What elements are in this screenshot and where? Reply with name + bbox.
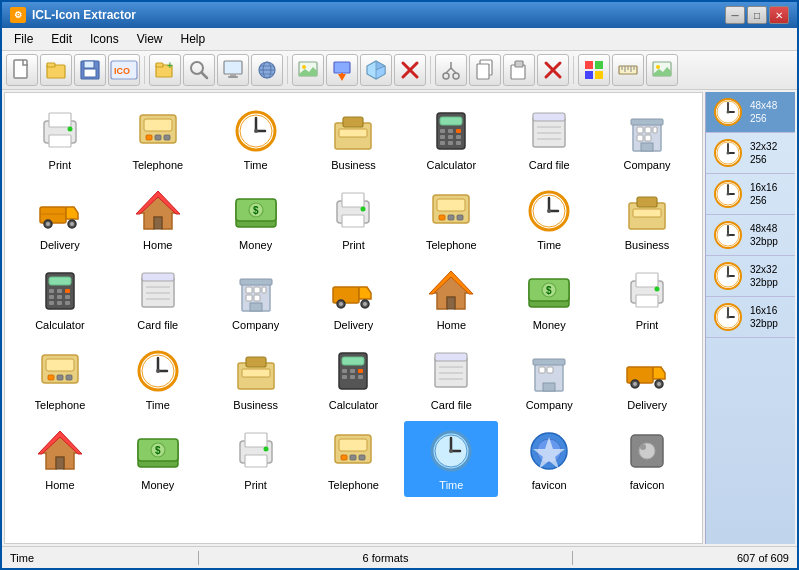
side-clock-icon-3 <box>712 178 744 210</box>
new-button[interactable] <box>6 54 38 86</box>
side-text-4: 48x48 32bpp <box>750 222 778 248</box>
icon-home-1[interactable]: Home <box>111 181 205 257</box>
side-item-32x32-32bpp[interactable]: 32x32 32bpp <box>706 256 795 297</box>
svg-rect-219 <box>359 455 365 460</box>
svg-rect-124 <box>637 197 657 207</box>
svg-rect-39 <box>515 61 523 67</box>
icon-print-1[interactable]: Print <box>13 101 107 177</box>
icon-delivery-1[interactable]: Delivery <box>13 181 107 257</box>
side-item-16x16-32bpp[interactable]: 16x16 32bpp <box>706 297 795 338</box>
home-icon-3 <box>36 427 84 475</box>
close-button[interactable]: ✕ <box>769 6 789 24</box>
icon-home-2[interactable]: Home <box>404 261 498 337</box>
icon-delivery-2[interactable]: Delivery <box>307 261 401 337</box>
copy-button[interactable] <box>469 54 501 86</box>
side-text-6: 16x16 32bpp <box>750 304 778 330</box>
menu-edit[interactable]: Edit <box>43 30 80 48</box>
icon-home-3[interactable]: Home <box>13 421 107 497</box>
icon-print-3[interactable]: Print <box>600 261 694 337</box>
search-button[interactable] <box>183 54 215 86</box>
icon-favicon-2[interactable]: favicon <box>600 421 694 497</box>
icon-calculator-3[interactable]: Calculator <box>307 341 401 417</box>
menu-file[interactable]: File <box>6 30 41 48</box>
icon-money-1[interactable]: $ Money <box>209 181 303 257</box>
landscape-button[interactable] <box>292 54 324 86</box>
svg-rect-198 <box>627 367 653 383</box>
image-button[interactable] <box>646 54 678 86</box>
svg-rect-72 <box>440 117 462 125</box>
ruler-button[interactable] <box>612 54 644 86</box>
icon-cardfile-1[interactable]: Card file <box>502 101 596 177</box>
icon-money-2[interactable]: $ Money <box>502 261 596 337</box>
icon-telephone-4[interactable]: Telephone <box>307 421 401 497</box>
cube-button[interactable] <box>360 54 392 86</box>
icon-delivery-3[interactable]: Delivery <box>600 341 694 417</box>
menu-view[interactable]: View <box>129 30 171 48</box>
minimize-button[interactable]: ─ <box>725 6 745 24</box>
print-icon-2 <box>329 187 377 235</box>
svg-rect-128 <box>49 289 54 293</box>
add-folder-button[interactable]: + <box>149 54 181 86</box>
company-icon-3 <box>525 347 573 395</box>
side-item-48x48-256[interactable]: 48x48 256 <box>706 92 795 133</box>
icon-business-2[interactable]: Business <box>600 181 694 257</box>
business-2-label: Business <box>625 239 670 251</box>
icon-cardfile-3[interactable]: Card file <box>404 341 498 417</box>
icon-telephone-2[interactable]: Telephone <box>404 181 498 257</box>
open-button[interactable] <box>40 54 72 86</box>
icon-business-3[interactable]: Business <box>209 341 303 417</box>
icon-time-selected[interactable]: Time <box>404 421 498 497</box>
menu-icons[interactable]: Icons <box>82 30 127 48</box>
svg-line-33 <box>446 68 451 73</box>
svg-rect-168 <box>46 359 74 371</box>
icon-grid-container[interactable]: Print Telephone Time <box>4 92 703 544</box>
window-title: ICL-Icon Extractor <box>32 8 136 22</box>
side-item-32x32-256[interactable]: 32x32 256 <box>706 133 795 174</box>
icon-telephone-3[interactable]: Telephone <box>13 341 107 417</box>
toolbar: ICO + <box>2 51 797 90</box>
icon-cardfile-2[interactable]: Card file <box>111 261 205 337</box>
cut-button[interactable] <box>435 54 467 86</box>
paste-button[interactable] <box>503 54 535 86</box>
icon-company-2[interactable]: Company <box>209 261 303 337</box>
icon-calculator-2[interactable]: Calculator <box>13 261 107 337</box>
money-icon-1: $ <box>232 187 280 235</box>
monitor-button[interactable] <box>217 54 249 86</box>
icon-favicon-1[interactable]: favicon <box>502 421 596 497</box>
globe-button[interactable] <box>251 54 283 86</box>
cardfile-1-label: Card file <box>529 159 570 171</box>
company-1-label: Company <box>624 159 671 171</box>
save-button[interactable] <box>74 54 106 86</box>
delete-red-button[interactable] <box>394 54 426 86</box>
svg-rect-181 <box>342 357 364 365</box>
ico-button[interactable]: ICO <box>108 54 140 86</box>
icon-company-3[interactable]: Company <box>502 341 596 417</box>
side-clock-icon-1 <box>712 96 744 128</box>
svg-rect-145 <box>254 287 260 293</box>
icon-company-1[interactable]: Company <box>600 101 694 177</box>
maximize-button[interactable]: □ <box>747 6 767 24</box>
icon-calculator-1[interactable]: Calculator <box>404 101 498 177</box>
svg-rect-111 <box>342 215 364 227</box>
side-item-48x48-32bpp[interactable]: 48x48 32bpp <box>706 215 795 256</box>
icon-money-3[interactable]: $ Money <box>111 421 205 497</box>
cardfile-icon-1 <box>525 107 573 155</box>
menu-help[interactable]: Help <box>173 30 214 48</box>
icon-telephone-1[interactable]: Telephone <box>111 101 205 177</box>
icon-print-2[interactable]: Print <box>307 181 401 257</box>
icon-print-4[interactable]: Print <box>209 421 303 497</box>
svg-rect-165 <box>636 295 658 307</box>
side-item-16x16-256[interactable]: 16x16 256 <box>706 174 795 215</box>
svg-rect-125 <box>633 209 661 217</box>
icon-time-3[interactable]: Time <box>111 341 205 417</box>
title-bar-left: ⚙ ICL-Icon Extractor <box>10 7 136 23</box>
icon-business-1[interactable]: Business <box>307 101 401 177</box>
icon-time-2[interactable]: Time <box>502 181 596 257</box>
download-button[interactable] <box>326 54 358 86</box>
delete2-button[interactable] <box>537 54 569 86</box>
icon-time-1[interactable]: Time <box>209 101 303 177</box>
svg-rect-146 <box>262 287 266 293</box>
svg-point-153 <box>339 302 343 306</box>
windows-button[interactable] <box>578 54 610 86</box>
svg-point-67 <box>254 129 258 133</box>
